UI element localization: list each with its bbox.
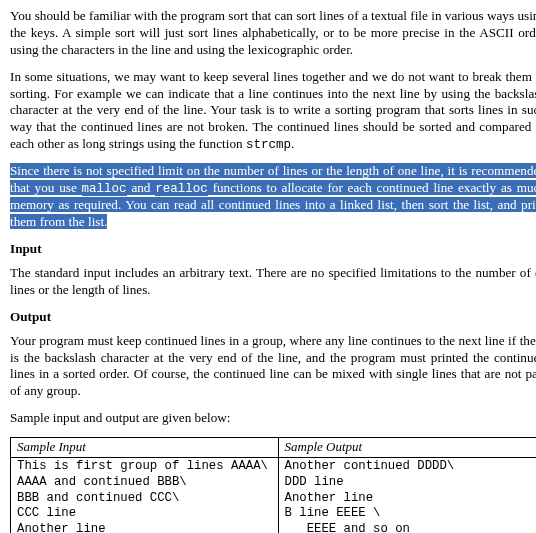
sample-table-body-row: This is first group of lines AAAA\ AAAA … xyxy=(11,458,537,533)
sample-intro: Sample input and output are given below: xyxy=(10,410,536,427)
sample-input-header: Sample Input xyxy=(11,438,279,458)
intro-paragraph-2-tail: . xyxy=(291,136,294,151)
malloc-code: malloc xyxy=(82,182,127,196)
input-paragraph: The standard input includes an arbitrary… xyxy=(10,265,536,299)
highlighted-selection: Since there is not specified limit on th… xyxy=(10,163,536,229)
sample-table-header-row: Sample Input Sample Output xyxy=(11,438,537,458)
output-heading: Output xyxy=(10,309,536,325)
realloc-code: realloc xyxy=(155,182,208,196)
hl-mid: and xyxy=(127,180,156,195)
sample-table: Sample Input Sample Output This is first… xyxy=(10,437,536,533)
sample-output-header: Sample Output xyxy=(278,438,536,458)
output-paragraph: Your program must keep continued lines i… xyxy=(10,333,536,401)
intro-paragraph-2: In some situations, we may want to keep … xyxy=(10,69,536,154)
intro-paragraph-1: You should be familiar with the program … xyxy=(10,8,536,59)
strcmp-code: strcmp xyxy=(246,138,291,152)
input-heading: Input xyxy=(10,241,536,257)
sample-input-cell: This is first group of lines AAAA\ AAAA … xyxy=(11,458,279,533)
highlighted-paragraph: Since there is not specified limit on th… xyxy=(10,163,536,231)
sample-output-cell: Another continued DDDD\ DDD line Another… xyxy=(278,458,536,533)
